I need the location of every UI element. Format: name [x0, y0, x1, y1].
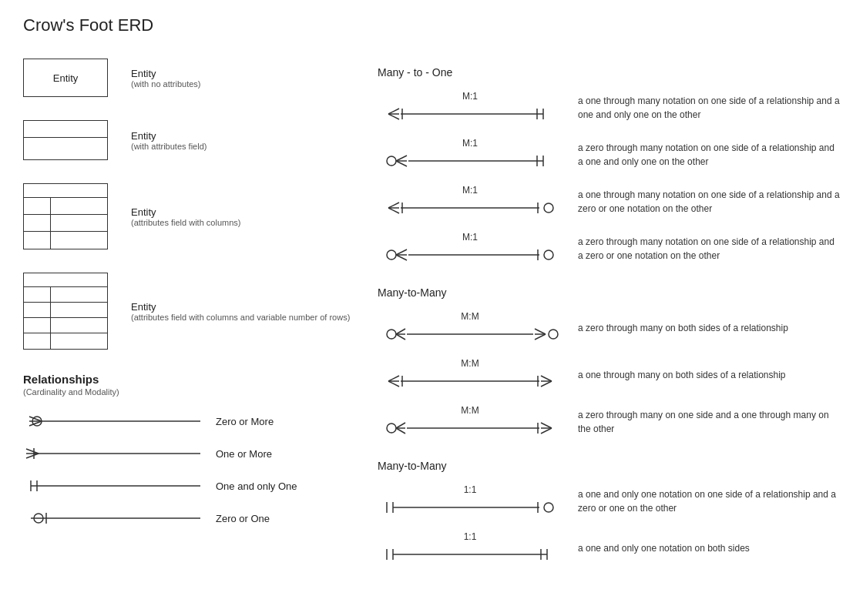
m1-desc-0: a one through many notation on one side … [578, 94, 840, 122]
m1-row-2: M:1 a one through many notation on one s… [378, 185, 840, 218]
entity-box-varrows [23, 273, 116, 350]
svg-point-36 [544, 203, 553, 213]
entity-name-1: Entity [131, 130, 207, 142]
svg-line-69 [541, 428, 552, 434]
one-or-more-svg [23, 443, 208, 464]
m1-svg-3 [378, 245, 562, 265]
svg-point-38 [387, 250, 396, 259]
one-only-svg [23, 475, 208, 497]
svg-line-32 [388, 208, 399, 213]
entity-name-2: Entity [131, 206, 240, 218]
svg-line-25 [396, 156, 407, 161]
11-line-1: 1:1 [378, 531, 562, 564]
entity-box-cols [23, 183, 116, 249]
svg-line-40 [396, 255, 407, 260]
relationships-title: Relationships [23, 373, 378, 386]
mm-svg-2 [378, 418, 562, 438]
entity-label-attrs: Entity (with attributes field) [131, 130, 207, 151]
entity-text: Entity [53, 72, 79, 84]
mm-row-1: M:M a one through [378, 358, 840, 391]
many-to-many2-title: Many-to-Many [378, 460, 840, 472]
many-to-many-title: Many-to-Many [378, 286, 840, 299]
entity-row-attrs: Entity (with attributes field) [23, 120, 378, 160]
mm-row-2: M:M a zero through [378, 405, 840, 438]
zero-or-more-svg [23, 410, 208, 432]
rel-line-zero-or-one [23, 507, 208, 529]
11-desc-1: a one and only one notation on both side… [578, 541, 750, 555]
svg-line-65 [396, 428, 405, 434]
11-desc-0: a one and only one notation on one side … [578, 487, 840, 515]
rel-zero-or-more: Zero or More [23, 410, 378, 432]
rel-label-zero-or-more: Zero or More [216, 416, 274, 427]
svg-point-24 [387, 156, 396, 166]
m1-svg-1 [378, 151, 562, 171]
m1-line-1: M:1 [378, 138, 562, 171]
m1-line-0: M:1 [378, 91, 562, 124]
entity-row-varrows: Entity (attributes field with columns an… [23, 273, 378, 350]
svg-line-26 [396, 161, 407, 166]
svg-line-64 [396, 423, 405, 428]
zero-or-one-svg [23, 507, 208, 529]
m1-line-3: M:1 [378, 232, 562, 265]
11-label-1: 1:1 [464, 531, 477, 542]
svg-line-55 [388, 381, 399, 387]
svg-line-46 [396, 329, 405, 334]
m1-desc-1: a zero through many notation on one side… [578, 141, 840, 169]
m1-row-1: M:1 a zero through many notation on one … [378, 138, 840, 171]
mm-line-1: M:M [378, 358, 562, 391]
11-row-1: 1:1 a one and only one notation on both … [378, 531, 840, 564]
m1-line-2: M:1 [378, 185, 562, 218]
entity-name-0: Entity [131, 68, 200, 79]
svg-line-7 [26, 449, 39, 454]
rel-one-or-more: One or More [23, 443, 378, 464]
mm-desc-2: a zero through many on one side and a on… [578, 408, 840, 436]
svg-line-59 [541, 376, 552, 381]
entity-box-simple: Entity [23, 59, 116, 97]
left-panel: Entity Entity (with no attributes) Entit… [23, 59, 378, 578]
svg-line-68 [541, 423, 552, 428]
entity-sub-3: (attributes field with columns and varia… [131, 313, 350, 322]
page-title: Crow's Foot ERD [23, 15, 840, 35]
svg-point-52 [549, 330, 558, 339]
rel-line-one-or-more [23, 443, 208, 464]
mm-desc-1: a one through many on both sides of a re… [578, 368, 786, 382]
11-line-0: 1:1 [378, 484, 562, 517]
svg-line-60 [541, 381, 552, 387]
entity-diagram-varrows [23, 273, 108, 350]
entity-row-cols: Entity (attributes field with columns) [23, 183, 378, 249]
svg-line-18 [388, 114, 399, 119]
11-svg-1 [378, 544, 562, 564]
m1-svg-0 [378, 104, 562, 124]
entity-diagram-attrs [23, 120, 108, 160]
m1-label-0: M:1 [462, 91, 478, 102]
mm-svg-0 [378, 324, 562, 344]
rel-zero-or-one: Zero or One [23, 507, 378, 529]
entity-label-cols: Entity (attributes field with columns) [131, 206, 240, 227]
svg-point-45 [387, 330, 396, 339]
svg-line-50 [535, 334, 546, 340]
svg-line-54 [388, 376, 399, 381]
m1-row-3: M:1 a zero through many notation on one … [378, 232, 840, 265]
many-to-one-title: Many - to - One [378, 66, 840, 79]
rel-line-zero-or-more [23, 410, 208, 432]
svg-point-43 [544, 250, 553, 259]
m1-svg-2 [378, 198, 562, 218]
many-to-many2-section: Many-to-Many 1:1 a one and only one [378, 460, 840, 564]
rel-label-one-or-more: One or More [216, 448, 272, 460]
mm-svg-1 [378, 371, 562, 391]
right-panel: Many - to - One M:1 [378, 59, 840, 578]
svg-line-49 [535, 329, 546, 334]
mm-label-2: M:M [461, 405, 479, 416]
entity-diagram-simple: Entity [23, 59, 108, 97]
m1-desc-3: a zero through many notation on one side… [578, 235, 840, 263]
entity-sub-2: (attributes field with columns) [131, 218, 240, 227]
m1-label-3: M:1 [462, 232, 478, 243]
svg-line-8 [26, 454, 39, 458]
many-to-one-section: Many - to - One M:1 [378, 66, 840, 265]
mm-desc-0: a zero through many on both sides of a r… [578, 321, 788, 335]
mm-line-0: M:M [378, 311, 562, 344]
mm-label-1: M:M [461, 358, 479, 369]
entity-sub-1: (with attributes field) [131, 142, 207, 151]
entity-box-attrs [23, 120, 116, 160]
svg-line-39 [396, 249, 407, 255]
